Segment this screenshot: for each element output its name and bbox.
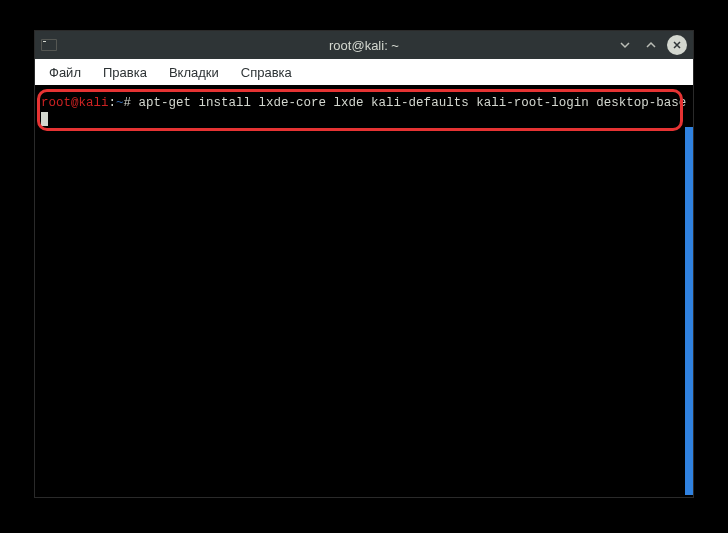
menu-edit[interactable]: Правка (93, 61, 157, 84)
prompt-symbol: # (124, 96, 132, 110)
terminal-area[interactable]: root@kali:~# apt-get install lxde-core l… (35, 85, 693, 497)
terminal-scrollbar[interactable] (685, 127, 693, 495)
svg-rect-2 (43, 41, 46, 42)
minimize-button[interactable] (615, 35, 635, 55)
prompt-path: ~ (116, 96, 124, 110)
menubar: Файл Правка Вкладки Справка (35, 59, 693, 85)
window-titlebar[interactable]: root@kali: ~ (35, 31, 693, 59)
terminal-window: root@kali: ~ Файл Правка Вкладки Спр (34, 30, 694, 498)
close-button[interactable] (667, 35, 687, 55)
window-title: root@kali: ~ (35, 38, 693, 53)
terminal-content: root@kali:~# apt-get install lxde-core l… (37, 89, 691, 135)
command-text: apt-get install lxde-core lxde kali-defa… (139, 96, 687, 110)
terminal-icon (41, 38, 57, 52)
window-controls (615, 35, 687, 55)
prompt-user: root@kali (41, 96, 109, 110)
terminal-cursor (41, 112, 48, 126)
menu-help[interactable]: Справка (231, 61, 302, 84)
prompt-separator: : (109, 96, 117, 110)
menu-tabs[interactable]: Вкладки (159, 61, 229, 84)
maximize-button[interactable] (641, 35, 661, 55)
menu-file[interactable]: Файл (39, 61, 91, 84)
